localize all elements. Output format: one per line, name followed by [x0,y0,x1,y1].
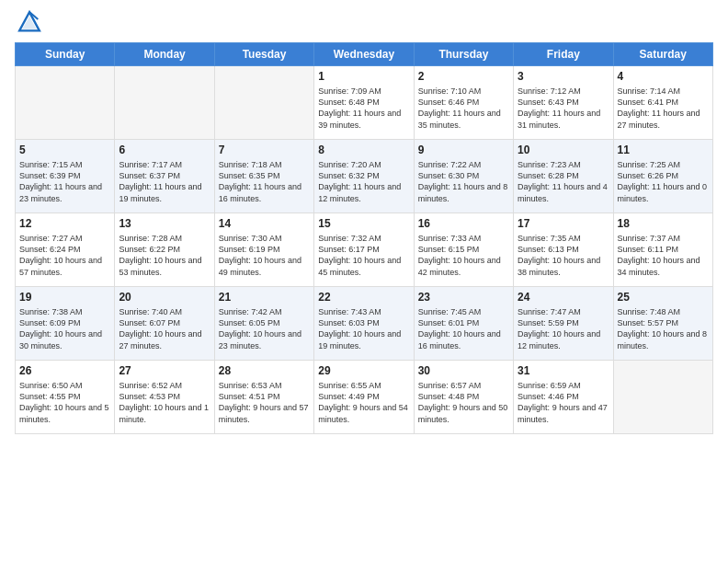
calendar-day-cell: 19Sunrise: 7:38 AMSunset: 6:09 PMDayligh… [16,287,115,361]
calendar-day-cell [214,66,313,140]
day-number: 23 [418,290,509,304]
logo-icon [17,9,42,35]
calendar-day-cell: 6Sunrise: 7:17 AMSunset: 6:37 PMDaylight… [115,140,214,213]
day-number: 25 [618,290,709,304]
calendar-day-cell: 3Sunrise: 7:12 AMSunset: 6:43 PMDaylight… [514,66,613,140]
calendar-day-cell: 9Sunrise: 7:22 AMSunset: 6:30 PMDaylight… [414,140,513,213]
day-info: Sunrise: 7:35 AMSunset: 6:13 PMDaylight:… [518,233,609,278]
calendar-day-cell: 22Sunrise: 7:43 AMSunset: 6:03 PMDayligh… [314,287,414,361]
calendar-day-cell: 11Sunrise: 7:25 AMSunset: 6:26 PMDayligh… [613,140,712,213]
day-number: 15 [318,216,409,231]
calendar-day-cell: 7Sunrise: 7:18 AMSunset: 6:35 PMDaylight… [214,140,313,213]
day-info: Sunrise: 7:12 AMSunset: 6:43 PMDaylight:… [518,86,609,131]
day-number: 9 [418,143,509,157]
day-number: 30 [418,363,509,378]
day-number: 28 [219,363,310,378]
day-info: Sunrise: 7:09 AMSunset: 6:48 PMDaylight:… [318,86,409,131]
day-info: Sunrise: 7:47 AMSunset: 5:59 PMDaylight:… [518,306,609,351]
col-wednesday: Wednesday [314,43,414,66]
day-number: 4 [618,69,709,84]
calendar-day-cell: 16Sunrise: 7:33 AMSunset: 6:15 PMDayligh… [414,213,513,287]
day-number: 10 [518,143,609,157]
day-number: 27 [119,363,210,378]
day-number: 1 [318,69,409,84]
calendar-day-cell: 28Sunrise: 6:53 AMSunset: 4:51 PMDayligh… [214,361,313,434]
day-number: 5 [19,143,110,157]
calendar-header-row: Sunday Monday Tuesday Wednesday Thursday… [16,43,713,66]
day-number: 17 [518,216,609,231]
day-info: Sunrise: 7:20 AMSunset: 6:32 PMDaylight:… [318,159,409,204]
calendar-week-row: 19Sunrise: 7:38 AMSunset: 6:09 PMDayligh… [16,287,713,361]
day-info: Sunrise: 7:27 AMSunset: 6:24 PMDaylight:… [19,233,110,278]
calendar-day-cell [613,361,712,434]
day-info: Sunrise: 7:38 AMSunset: 6:09 PMDaylight:… [19,306,110,351]
day-info: Sunrise: 7:17 AMSunset: 6:37 PMDaylight:… [119,159,210,204]
col-thursday: Thursday [414,43,513,66]
calendar-day-cell: 2Sunrise: 7:10 AMSunset: 6:46 PMDaylight… [414,66,513,140]
day-number: 14 [219,216,310,231]
calendar-day-cell: 5Sunrise: 7:15 AMSunset: 6:39 PMDaylight… [16,140,115,213]
calendar-day-cell: 13Sunrise: 7:28 AMSunset: 6:22 PMDayligh… [115,213,214,287]
day-info: Sunrise: 7:42 AMSunset: 6:05 PMDaylight:… [219,306,310,351]
calendar-table: Sunday Monday Tuesday Wednesday Thursday… [15,42,713,434]
calendar-day-cell: 14Sunrise: 7:30 AMSunset: 6:19 PMDayligh… [214,213,313,287]
calendar-day-cell: 25Sunrise: 7:48 AMSunset: 5:57 PMDayligh… [613,287,712,361]
calendar-day-cell: 10Sunrise: 7:23 AMSunset: 6:28 PMDayligh… [514,140,613,213]
calendar-day-cell: 12Sunrise: 7:27 AMSunset: 6:24 PMDayligh… [16,213,115,287]
calendar-day-cell: 18Sunrise: 7:37 AMSunset: 6:11 PMDayligh… [613,213,712,287]
day-number: 24 [518,290,609,304]
day-info: Sunrise: 7:48 AMSunset: 5:57 PMDaylight:… [618,306,709,351]
calendar-day-cell: 27Sunrise: 6:52 AMSunset: 4:53 PMDayligh… [115,361,214,434]
day-info: Sunrise: 6:50 AMSunset: 4:55 PMDaylight:… [19,380,110,425]
day-number: 8 [318,143,409,157]
day-info: Sunrise: 7:10 AMSunset: 6:46 PMDaylight:… [418,86,509,131]
day-number: 20 [119,290,210,304]
day-number: 7 [219,143,310,157]
day-number: 29 [318,363,409,378]
day-info: Sunrise: 7:43 AMSunset: 6:03 PMDaylight:… [318,306,409,351]
col-friday: Friday [514,43,613,66]
calendar-week-row: 12Sunrise: 7:27 AMSunset: 6:24 PMDayligh… [16,213,713,287]
day-number: 26 [19,363,110,378]
page: Sunday Monday Tuesday Wednesday Thursday… [0,0,728,563]
col-sunday: Sunday [16,43,115,66]
day-info: Sunrise: 7:37 AMSunset: 6:11 PMDaylight:… [618,233,709,278]
calendar-day-cell [16,66,115,140]
calendar-week-row: 1Sunrise: 7:09 AMSunset: 6:48 PMDaylight… [16,66,713,140]
day-number: 6 [119,143,210,157]
day-number: 22 [318,290,409,304]
day-number: 19 [19,290,110,304]
day-info: Sunrise: 6:53 AMSunset: 4:51 PMDaylight:… [219,380,310,425]
calendar-day-cell: 31Sunrise: 6:59 AMSunset: 4:46 PMDayligh… [514,361,613,434]
day-number: 16 [418,216,509,231]
calendar-day-cell: 23Sunrise: 7:45 AMSunset: 6:01 PMDayligh… [414,287,513,361]
day-info: Sunrise: 7:23 AMSunset: 6:28 PMDaylight:… [518,159,609,204]
calendar-week-row: 26Sunrise: 6:50 AMSunset: 4:55 PMDayligh… [16,361,713,434]
day-number: 18 [618,216,709,231]
header [15,9,713,35]
calendar-day-cell: 17Sunrise: 7:35 AMSunset: 6:13 PMDayligh… [514,213,613,287]
day-number: 3 [518,69,609,84]
calendar-day-cell [115,66,214,140]
day-number: 11 [618,143,709,157]
day-info: Sunrise: 6:57 AMSunset: 4:48 PMDaylight:… [418,380,509,425]
day-info: Sunrise: 7:25 AMSunset: 6:26 PMDaylight:… [618,159,709,204]
calendar-day-cell: 24Sunrise: 7:47 AMSunset: 5:59 PMDayligh… [514,287,613,361]
day-number: 13 [119,216,210,231]
day-info: Sunrise: 7:32 AMSunset: 6:17 PMDaylight:… [318,233,409,278]
calendar-day-cell: 29Sunrise: 6:55 AMSunset: 4:49 PMDayligh… [314,361,414,434]
day-info: Sunrise: 7:30 AMSunset: 6:19 PMDaylight:… [219,233,310,278]
col-saturday: Saturday [613,43,712,66]
day-info: Sunrise: 7:40 AMSunset: 6:07 PMDaylight:… [119,306,210,351]
day-info: Sunrise: 6:52 AMSunset: 4:53 PMDaylight:… [119,380,210,425]
day-info: Sunrise: 7:14 AMSunset: 6:41 PMDaylight:… [618,86,709,131]
col-tuesday: Tuesday [214,43,313,66]
day-info: Sunrise: 6:59 AMSunset: 4:46 PMDaylight:… [518,380,609,425]
day-number: 31 [518,363,609,378]
calendar-day-cell: 1Sunrise: 7:09 AMSunset: 6:48 PMDaylight… [314,66,414,140]
calendar-day-cell: 15Sunrise: 7:32 AMSunset: 6:17 PMDayligh… [314,213,414,287]
day-info: Sunrise: 6:55 AMSunset: 4:49 PMDaylight:… [318,380,409,425]
day-number: 2 [418,69,509,84]
calendar-day-cell: 30Sunrise: 6:57 AMSunset: 4:48 PMDayligh… [414,361,513,434]
day-info: Sunrise: 7:15 AMSunset: 6:39 PMDaylight:… [19,159,110,204]
